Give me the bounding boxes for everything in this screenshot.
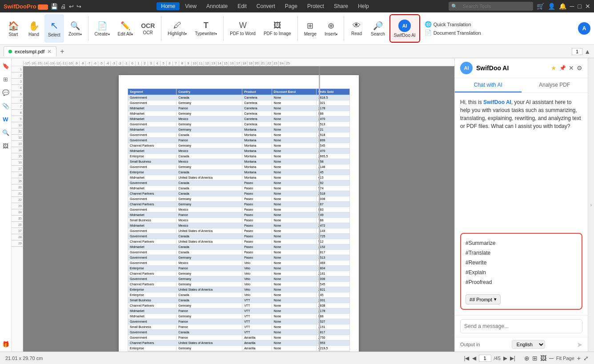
ai-send-btn[interactable]: ➤ bbox=[577, 340, 582, 349]
scrollbar-thumb[interactable] bbox=[319, 66, 320, 75]
ribbon-read[interactable]: 👁 Read bbox=[347, 14, 366, 43]
page-nav-up[interactable]: ▲ bbox=[584, 48, 590, 55]
nav-home[interactable]: Home bbox=[157, 2, 180, 10]
fullscreen-btn[interactable]: ⤢ bbox=[583, 355, 589, 362]
ai-star-btn[interactable]: ★ bbox=[551, 64, 557, 72]
ai-close-btn[interactable]: ✕ bbox=[569, 64, 574, 72]
minimize-btn[interactable]: ─ bbox=[570, 3, 574, 10]
start-label: Start bbox=[8, 32, 18, 37]
sidebar-comment[interactable]: 💬 bbox=[1, 88, 11, 97]
table-cell: None bbox=[272, 292, 316, 298]
nav-help[interactable]: Help bbox=[353, 2, 373, 10]
zoom-plus-btn[interactable]: + bbox=[577, 355, 581, 362]
table-row: EnterpriseCanadaMontanaNone2665.5 bbox=[128, 154, 350, 159]
sidebar-bookmark[interactable]: 🔖 bbox=[1, 61, 11, 71]
zoom-add-page-btn[interactable]: ⊕ bbox=[524, 355, 530, 362]
maximize-btn[interactable]: □ bbox=[578, 3, 582, 10]
ribbon-pdf-to-word[interactable]: W PDF to Word bbox=[226, 14, 259, 43]
table-cell: None bbox=[272, 207, 316, 212]
ribbon-search[interactable]: 🔎 Search bbox=[367, 14, 389, 43]
bell-icon[interactable]: 🔔 bbox=[559, 3, 566, 10]
ai-settings-btn[interactable]: ⚙ bbox=[577, 64, 582, 72]
zoom-level: Fit Page bbox=[556, 356, 574, 361]
prompt-explain[interactable]: #Explain bbox=[466, 268, 577, 277]
nav-edit[interactable]: Edit bbox=[233, 2, 251, 10]
ruler-v-mark: 1 bbox=[12, 66, 23, 72]
search-tools-input[interactable] bbox=[459, 3, 530, 10]
ribbon-zoom[interactable]: 🔍 Zoom bbox=[65, 14, 85, 43]
prompt-summarize[interactable]: #Summarize bbox=[466, 238, 577, 248]
table-cell: Canada bbox=[177, 330, 242, 335]
right-expand-arrow[interactable]: › bbox=[588, 58, 594, 352]
page-input[interactable] bbox=[479, 355, 491, 362]
save-btn[interactable]: 💾 bbox=[51, 3, 58, 10]
nav-annotate[interactable]: Annotate bbox=[202, 2, 232, 10]
table-cell: None bbox=[272, 148, 316, 154]
nav-view[interactable]: View bbox=[181, 2, 201, 10]
page-nav-prev[interactable]: ◀ bbox=[472, 355, 476, 361]
zoom-img-btn[interactable]: 🖼 bbox=[540, 355, 546, 362]
table-cell: None bbox=[272, 212, 316, 218]
user-avatar[interactable]: A bbox=[578, 22, 590, 35]
table-cell: Paseo bbox=[242, 228, 272, 234]
sidebar-gift[interactable]: 🎁 bbox=[1, 339, 11, 349]
prompt-proofread[interactable]: #Proofread bbox=[466, 277, 577, 287]
page-nav-next[interactable]: ▶ bbox=[503, 355, 507, 361]
ribbon-typewriter[interactable]: T Typewriter bbox=[191, 14, 221, 43]
dimensions-label: 21.01 x 29.70 cm bbox=[5, 356, 43, 361]
ribbon-create[interactable]: 📄 Create bbox=[91, 14, 113, 43]
sidebar-image[interactable]: 🖼 bbox=[1, 141, 11, 151]
zoom-view-btn[interactable]: ⊞ bbox=[532, 355, 538, 362]
table-cell: Carretera bbox=[242, 116, 272, 122]
table-cell: Government bbox=[128, 132, 177, 138]
user-icon[interactable]: 👤 bbox=[548, 3, 555, 10]
prompt-rewrite[interactable]: #Rewrite bbox=[466, 258, 577, 268]
table-cell: 912 bbox=[316, 239, 349, 244]
redo-btn[interactable]: ↪ bbox=[76, 3, 81, 10]
page-nav-last[interactable]: ▶| bbox=[510, 355, 515, 361]
ribbon-start[interactable]: 🏠 Start bbox=[4, 14, 23, 43]
document-translation-btn[interactable]: 📄 Document Translation bbox=[425, 29, 481, 36]
table-cell: Carretera bbox=[242, 106, 272, 111]
ribbon-insert[interactable]: ⊕ Insert bbox=[321, 14, 341, 43]
sidebar-attachment[interactable]: 📎 bbox=[1, 101, 11, 111]
sidebar-text-w[interactable]: W bbox=[1, 114, 11, 124]
ribbon-pdf-to-image[interactable]: 🖼 PDF to Image bbox=[260, 14, 295, 43]
ribbon-merge[interactable]: ⊞ Merge bbox=[301, 14, 320, 43]
table-cell: Government bbox=[128, 351, 177, 352]
tab-add-btn[interactable]: + bbox=[58, 48, 66, 56]
sidebar-search[interactable]: 🔍 bbox=[1, 128, 11, 137]
close-btn[interactable]: ✕ bbox=[585, 3, 590, 10]
zoom-minus-btn[interactable]: ─ bbox=[549, 355, 554, 362]
sidebar-pages[interactable]: ⊞ bbox=[1, 74, 11, 84]
nav-share[interactable]: Share bbox=[329, 2, 353, 10]
tab-analyse-pdf[interactable]: Analyse PDF bbox=[522, 78, 588, 92]
table-cell: United States of America bbox=[177, 287, 242, 292]
ribbon-swifDoo-ai[interactable]: AI SwifDoo AI bbox=[389, 14, 420, 43]
ribbon-highlight[interactable]: 🖊 Highlight bbox=[164, 14, 190, 43]
page-nav-first[interactable]: |◀ bbox=[464, 355, 469, 361]
print-btn[interactable]: 🖨 bbox=[60, 3, 66, 10]
ribbon-hand[interactable]: ✋ Hand bbox=[24, 14, 44, 43]
nav-page[interactable]: Page bbox=[281, 2, 302, 10]
prompt-translate[interactable]: #Translate bbox=[466, 248, 577, 258]
ai-language-select[interactable]: English Chinese Spanish French bbox=[512, 340, 545, 349]
prompt-button[interactable]: # # Prompt ▾ bbox=[466, 294, 501, 304]
table-row: MidmarketGermanyMontanaNone921 bbox=[128, 127, 350, 132]
nav-protect[interactable]: Protect bbox=[303, 2, 329, 10]
ai-message-input[interactable] bbox=[460, 319, 582, 333]
table-cell: 1513 bbox=[316, 255, 349, 260]
undo-btn[interactable]: ↩ bbox=[69, 3, 74, 10]
table-cell: VTT bbox=[242, 308, 272, 314]
tab-excelsmpl[interactable]: excelsmpl.pdf ✕ bbox=[4, 46, 56, 56]
tab-chat-ai[interactable]: Chat with AI bbox=[455, 78, 522, 92]
ribbon-ocr[interactable]: OCR OCR bbox=[137, 14, 158, 43]
quick-translation-btn[interactable]: 🌐 Quick Translation bbox=[425, 21, 481, 28]
scrollbar-indicator[interactable] bbox=[319, 66, 320, 352]
ribbon-select[interactable]: ↖ Select bbox=[44, 14, 64, 43]
ai-pin-btn[interactable]: 📌 bbox=[559, 64, 566, 72]
cart-icon[interactable]: 🛒 bbox=[537, 3, 544, 10]
tab-close[interactable]: ✕ bbox=[47, 48, 52, 55]
nav-convert[interactable]: Convert bbox=[252, 2, 280, 10]
ribbon-edit-all[interactable]: ✏️ Edit All bbox=[114, 14, 137, 43]
